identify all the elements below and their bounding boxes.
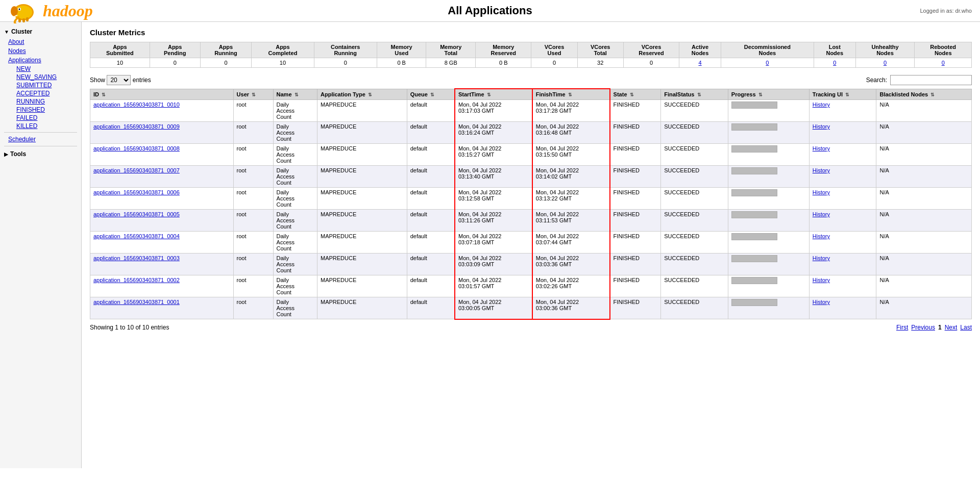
name-cell: Daily Access Count (273, 166, 317, 188)
tracking-cell-link[interactable]: History (813, 255, 830, 261)
tracking-cell-link[interactable]: History (813, 233, 830, 239)
tracking-cell-link[interactable]: History (813, 277, 830, 283)
tracking-cell[interactable]: History (809, 275, 876, 297)
progress-cell (728, 297, 809, 319)
app-id-cell[interactable]: application_1656903403871_0001 (90, 297, 234, 319)
app-id-cell-link[interactable]: application_1656903403871_0008 (93, 145, 180, 151)
metrics-link[interactable]: 0 (833, 60, 836, 66)
col-header-finishtime[interactable]: FinishTime ⇅ (532, 89, 610, 100)
tracking-cell-link[interactable]: History (813, 299, 830, 305)
sidebar-item-accepted[interactable]: ACCEPTED (12, 89, 81, 97)
col-header-finalstatus[interactable]: FinalStatus ⇅ (661, 89, 728, 100)
tracking-cell-link[interactable]: History (813, 167, 830, 173)
app-id-cell-link[interactable]: application_1656903403871_0003 (93, 255, 180, 261)
sidebar-item-submitted[interactable]: SUBMITTED (12, 81, 81, 89)
show-select[interactable]: 10202550100 (107, 75, 131, 85)
col-header-id[interactable]: ID ⇅ (90, 89, 234, 100)
col-header-user[interactable]: User ⇅ (233, 89, 273, 100)
sidebar-item-failed[interactable]: FAILED (12, 114, 81, 122)
search-label: Search: (866, 77, 887, 84)
metrics-col-header: MemoryUsed (377, 42, 426, 58)
pagination-previous[interactable]: Previous (911, 324, 935, 331)
table-row: application_1656903403871_0001rootDaily … (90, 297, 972, 319)
sidebar-item-applications[interactable]: Applications (0, 56, 81, 65)
app-id-cell-link[interactable]: application_1656903403871_0005 (93, 211, 180, 217)
applications-table: ID ⇅User ⇅Name ⇅Application Type ⇅Queue … (90, 88, 972, 320)
app-id-cell-link[interactable]: application_1656903403871_0010 (93, 102, 180, 108)
tracking-cell[interactable]: History (809, 122, 876, 144)
pagination-next[interactable]: Next (945, 324, 958, 331)
finish-time-cell: Mon, 04 Jul 2022 03:16:48 GMT (532, 122, 610, 144)
type-cell: MAPREDUCE (317, 275, 407, 297)
tracking-cell[interactable]: History (809, 166, 876, 188)
app-id-cell-link[interactable]: application_1656903403871_0007 (93, 167, 180, 173)
tracking-cell[interactable]: History (809, 210, 876, 232)
col-header-progress[interactable]: Progress ⇅ (728, 89, 809, 100)
type-cell: MAPREDUCE (317, 210, 407, 232)
app-id-cell-link[interactable]: application_1656903403871_0001 (93, 299, 180, 305)
app-id-cell[interactable]: application_1656903403871_0005 (90, 210, 234, 232)
app-id-cell[interactable]: application_1656903403871_0003 (90, 253, 234, 275)
tracking-cell-link[interactable]: History (813, 189, 830, 195)
blacklisted-cell: N/A (876, 188, 972, 210)
col-header-starttime[interactable]: StartTime ⇅ (455, 89, 532, 100)
sidebar-item-finished[interactable]: FINISHED (12, 106, 81, 114)
sidebar-item-running[interactable]: RUNNING (12, 97, 81, 106)
cluster-section-header[interactable]: ▼ Cluster (0, 26, 81, 37)
col-header-queue[interactable]: Queue ⇅ (407, 89, 455, 100)
finish-time-cell: Mon, 04 Jul 2022 03:02:26 GMT (532, 275, 610, 297)
metrics-link[interactable]: 4 (698, 60, 701, 66)
sidebar-item-about[interactable]: About (0, 37, 81, 46)
search-input[interactable] (890, 75, 972, 85)
app-id-cell[interactable]: application_1656903403871_0002 (90, 275, 234, 297)
tools-section-header[interactable]: ▶ Tools (0, 148, 81, 160)
metrics-cell: 0 (855, 58, 915, 68)
sidebar-item-new[interactable]: NEW (12, 65, 81, 73)
pagination-first[interactable]: First (896, 324, 908, 331)
metrics-link[interactable]: 0 (766, 60, 769, 66)
user-cell: root (233, 188, 273, 210)
app-id-cell[interactable]: application_1656903403871_0004 (90, 232, 234, 253)
col-header-application-type[interactable]: Application Type ⇅ (317, 89, 407, 100)
col-header-blacklisted-nodes[interactable]: Blacklisted Nodes ⇅ (876, 89, 972, 100)
state-cell: FINISHED (610, 100, 661, 122)
tracking-cell-link[interactable]: History (813, 102, 830, 108)
col-header-state[interactable]: State ⇅ (610, 89, 661, 100)
sidebar-item-new-saving[interactable]: NEW_SAVING (12, 73, 81, 81)
tracking-cell[interactable]: History (809, 100, 876, 122)
type-cell: MAPREDUCE (317, 253, 407, 275)
app-id-cell-link[interactable]: application_1656903403871_0002 (93, 277, 180, 283)
sidebar-item-killed[interactable]: KILLED (12, 122, 81, 130)
tracking-cell[interactable]: History (809, 232, 876, 253)
pagination-last[interactable]: Last (960, 324, 972, 331)
tracking-cell-link[interactable]: History (813, 211, 830, 217)
tracking-cell[interactable]: History (809, 253, 876, 275)
col-header-tracking-ui[interactable]: Tracking UI ⇅ (809, 89, 876, 100)
sort-icon: ⇅ (697, 92, 701, 97)
app-id-cell[interactable]: application_1656903403871_0006 (90, 188, 234, 210)
tracking-cell-link[interactable]: History (813, 123, 830, 130)
tracking-cell-link[interactable]: History (813, 145, 830, 151)
progress-cell (728, 253, 809, 275)
app-id-cell[interactable]: application_1656903403871_0007 (90, 166, 234, 188)
sidebar-item-scheduler[interactable]: Scheduler (0, 135, 81, 144)
tracking-cell[interactable]: History (809, 297, 876, 319)
progress-cell (728, 275, 809, 297)
user-cell: root (233, 166, 273, 188)
metrics-link[interactable]: 0 (942, 60, 945, 66)
app-id-cell-link[interactable]: application_1656903403871_0004 (93, 233, 180, 239)
col-header-name[interactable]: Name ⇅ (273, 89, 317, 100)
app-id-cell-link[interactable]: application_1656903403871_0006 (93, 189, 180, 195)
svg-rect-5 (18, 18, 21, 22)
app-id-cell[interactable]: application_1656903403871_0010 (90, 100, 234, 122)
app-id-cell[interactable]: application_1656903403871_0008 (90, 144, 234, 166)
user-cell: root (233, 232, 273, 253)
app-id-cell[interactable]: application_1656903403871_0009 (90, 122, 234, 144)
metrics-col-header: LostNodes (814, 42, 855, 58)
app-id-cell-link[interactable]: application_1656903403871_0009 (93, 123, 180, 130)
sidebar-item-nodes[interactable]: Nodes (0, 46, 81, 56)
tracking-cell[interactable]: History (809, 188, 876, 210)
metrics-link[interactable]: 0 (884, 60, 887, 66)
tracking-cell[interactable]: History (809, 144, 876, 166)
final-status-cell: SUCCEEDED (661, 210, 728, 232)
